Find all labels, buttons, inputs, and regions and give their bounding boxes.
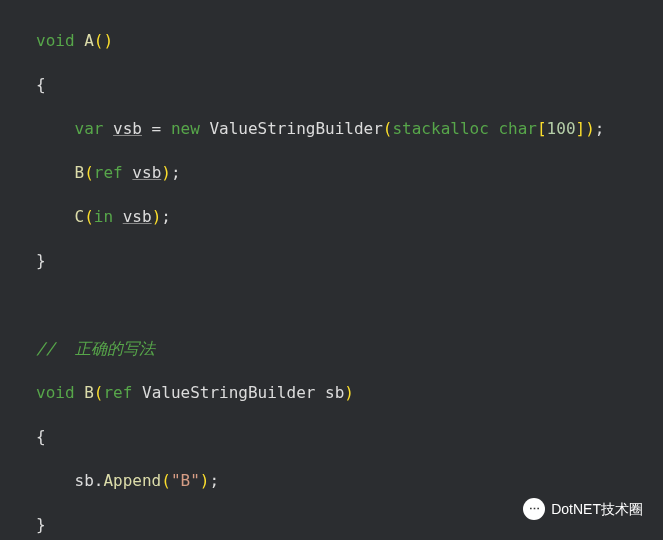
paren-open: ( [94, 31, 104, 50]
code-line: sb.Append("B"); [0, 470, 663, 492]
paren-close: ) [103, 31, 113, 50]
method-call: C [75, 207, 85, 226]
string-literal: "B" [171, 471, 200, 490]
watermark-icon: ⋯ [523, 498, 545, 520]
param-type: ValueStringBuilder [142, 383, 315, 402]
brace-open: { [36, 75, 46, 94]
type-name: ValueStringBuilder [209, 119, 382, 138]
watermark: ⋯ DotNET技术圈 [523, 498, 643, 520]
paren-open: ( [161, 471, 171, 490]
code-line: { [0, 74, 663, 96]
equals: = [142, 119, 171, 138]
keyword-ref: ref [103, 383, 132, 402]
paren-open: ( [84, 163, 94, 182]
keyword-void: void [36, 31, 75, 50]
semicolon: ; [595, 119, 605, 138]
semicolon: ; [171, 163, 181, 182]
paren-close: ) [161, 163, 171, 182]
paren-close: ) [200, 471, 210, 490]
bracket-close: ] [576, 119, 586, 138]
brace-close: } [36, 251, 46, 270]
argument: vsb [132, 163, 161, 182]
brace-close: } [36, 515, 46, 534]
keyword-new: new [171, 119, 200, 138]
paren-open: ( [84, 207, 94, 226]
param-name: sb [325, 383, 344, 402]
watermark-text: DotNET技术圈 [551, 498, 643, 520]
keyword-void: void [36, 383, 75, 402]
method-call: Append [103, 471, 161, 490]
comment: // 正确的写法 [36, 339, 155, 358]
code-line: // 正确的写法 [0, 338, 663, 360]
keyword-in: in [94, 207, 113, 226]
code-line: var vsb = new ValueStringBuilder(stackal… [0, 118, 663, 140]
semicolon: ; [161, 207, 171, 226]
code-line: void A() [0, 30, 663, 52]
method-name: A [84, 31, 94, 50]
method-name: B [84, 383, 94, 402]
dot: . [94, 471, 104, 490]
code-line: C(in vsb); [0, 206, 663, 228]
paren-open: ( [94, 383, 104, 402]
variable-name: vsb [113, 119, 142, 138]
brace-open: { [36, 427, 46, 446]
paren-close: ) [344, 383, 354, 402]
keyword-char: char [498, 119, 537, 138]
code-line: void B(ref ValueStringBuilder sb) [0, 382, 663, 404]
keyword-stackalloc: stackalloc [392, 119, 488, 138]
code-line: { [0, 426, 663, 448]
paren-close: ) [152, 207, 162, 226]
code-line: B(ref vsb); [0, 162, 663, 184]
paren-close: ) [585, 119, 595, 138]
method-call: B [75, 163, 85, 182]
bracket-open: [ [537, 119, 547, 138]
code-editor[interactable]: void A() { var vsb = new ValueStringBuil… [0, 0, 663, 540]
code-line [0, 294, 663, 316]
variable-ref: sb [75, 471, 94, 490]
keyword-var: var [75, 119, 104, 138]
code-line: } [0, 250, 663, 272]
semicolon: ; [209, 471, 219, 490]
number-literal: 100 [547, 119, 576, 138]
keyword-ref: ref [94, 163, 123, 182]
argument: vsb [123, 207, 152, 226]
